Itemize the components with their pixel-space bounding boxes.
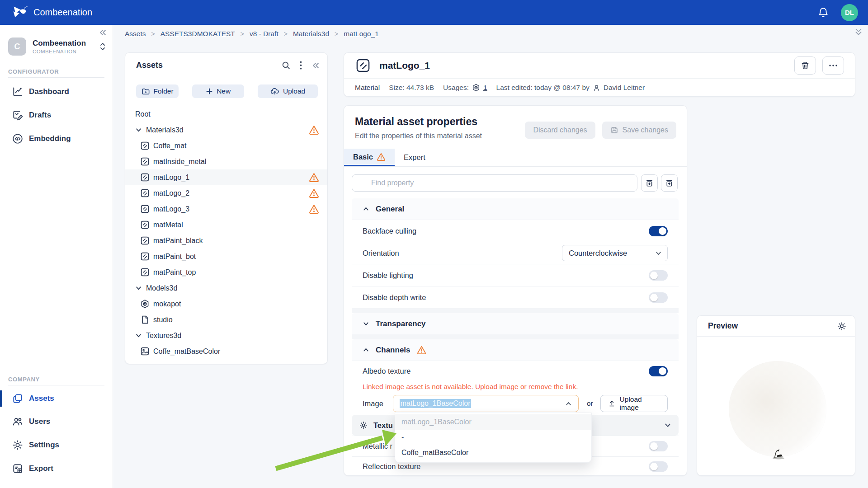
- tree-item-label: Root: [135, 110, 151, 118]
- tree-item-root[interactable]: Root: [125, 106, 327, 122]
- chevron-up-icon: [363, 206, 369, 212]
- user-avatar[interactable]: DL: [841, 4, 858, 21]
- tree-item-matlogo-1[interactable]: matLogo_1: [125, 169, 327, 185]
- material-icon: [140, 172, 150, 183]
- texture-settings-label: Textu: [373, 421, 393, 430]
- folder-button[interactable]: Folder: [136, 84, 179, 98]
- chevron-down-icon[interactable]: [135, 285, 142, 291]
- tab-basic[interactable]: Basic: [344, 149, 395, 166]
- upload-button[interactable]: Upload: [258, 84, 318, 98]
- gear-icon[interactable]: [837, 321, 847, 331]
- properties-subtitle: Edit the properties of this material ass…: [355, 132, 482, 140]
- image-asset-combobox[interactable]: matLogo_1BaseColor: [393, 395, 579, 412]
- row-label: Disable lighting: [363, 271, 413, 280]
- breadcrumb-item[interactable]: Materials3d: [293, 30, 329, 38]
- configurator-section-label: CONFIGURATOR: [8, 68, 59, 75]
- discard-changes-button[interactable]: Discard changes: [525, 122, 595, 139]
- backface-culling-toggle[interactable]: [649, 226, 668, 236]
- delete-asset-button[interactable]: [794, 56, 816, 75]
- tree-folder-materials3d[interactable]: Materials3d: [125, 122, 327, 138]
- plus-icon: [206, 88, 213, 95]
- tree-item-label: matInside_metal: [153, 158, 206, 166]
- section-transparency[interactable]: Transparency: [352, 313, 679, 334]
- breadcrumb-item[interactable]: Assets: [125, 30, 146, 38]
- find-property-input[interactable]: [352, 174, 637, 192]
- warning-icon: [309, 125, 319, 135]
- sidebar-item-embedding[interactable]: Embedding: [0, 129, 113, 149]
- org-switcher[interactable]: C Combeenation COMBEENATION: [8, 38, 106, 56]
- sidebar-collapse-icon[interactable]: [98, 28, 107, 37]
- albedo-texture-toggle[interactable]: [649, 366, 668, 376]
- sidebar-item-drafts[interactable]: Drafts: [0, 105, 113, 125]
- export-icon: [12, 463, 24, 474]
- reflection-texture-toggle[interactable]: [649, 461, 668, 472]
- preset-save-button[interactable]: [641, 174, 658, 192]
- preview-viewport[interactable]: [697, 337, 855, 476]
- disable-lighting-toggle[interactable]: [649, 270, 668, 281]
- disable-depth-write-toggle[interactable]: [649, 292, 668, 303]
- dropdown-option-matlogo-1basecolor[interactable]: matLogo_1BaseColor: [395, 414, 591, 430]
- tree-item-label: matMetal: [153, 221, 183, 229]
- tree-item-coffe-mat[interactable]: Coffe_mat: [125, 138, 327, 154]
- more-actions-button[interactable]: [822, 56, 844, 75]
- row-label: Backface culling: [363, 227, 416, 235]
- sidebar-item-assets[interactable]: Assets: [0, 389, 113, 408]
- collapse-panel-icon[interactable]: [311, 61, 320, 70]
- usages-count-link[interactable]: 1: [483, 84, 487, 92]
- tree-item-coffe-matbasecolor[interactable]: Coffe_matBaseColor: [125, 343, 327, 359]
- tree-item-label: Textures3d: [146, 332, 181, 340]
- expand-all-chevrons-icon[interactable]: [854, 27, 863, 37]
- tree-item-matmetal[interactable]: matMetal: [125, 217, 327, 233]
- chevron-down-icon[interactable]: [135, 127, 142, 133]
- tree-item-matlogo-2[interactable]: matLogo_2: [125, 185, 327, 201]
- warning-icon: [417, 345, 426, 355]
- breadcrumb-item[interactable]: v8 - Draft: [250, 30, 278, 38]
- property-search-row: [352, 174, 678, 192]
- breadcrumb-item[interactable]: ASSETS3DMOKATEST: [160, 30, 235, 38]
- tree-item-matpaint-top[interactable]: matPaint_top: [125, 264, 327, 280]
- preset-load-button[interactable]: [661, 174, 678, 192]
- upload-image-button[interactable]: Upload image: [600, 395, 668, 412]
- dropdown-option-coffe-matbasecolor[interactable]: Coffe_matBaseColor: [395, 445, 591, 460]
- sidebar-item-users[interactable]: Users: [0, 412, 113, 432]
- folder-plus-icon: [142, 87, 150, 96]
- preview-title: Preview: [708, 321, 738, 331]
- tree-item-label: Coffe_matBaseColor: [153, 347, 220, 356]
- sidebar-item-settings[interactable]: Settings: [0, 435, 113, 455]
- tree-folder-models3d[interactable]: Models3d: [125, 280, 327, 296]
- orientation-select[interactable]: Counterclockwise: [562, 245, 668, 261]
- sidebar-item-dashboard[interactable]: Dashboard: [0, 82, 113, 102]
- metallic-roughness-toggle[interactable]: [649, 441, 668, 451]
- chevron-down-icon[interactable]: [135, 332, 142, 339]
- archive-save-icon: [645, 179, 654, 188]
- bell-icon[interactable]: [817, 7, 829, 19]
- kebab-menu-icon[interactable]: [300, 61, 302, 70]
- new-button[interactable]: New: [192, 84, 244, 98]
- breadcrumb-separator: >: [241, 30, 244, 38]
- model-3d-icon: [140, 299, 150, 309]
- sidebar-item-export[interactable]: Export: [0, 459, 113, 479]
- tree-item-mokapot[interactable]: mokapot: [125, 296, 327, 312]
- brand-logo[interactable]: Combeenation: [12, 5, 92, 21]
- tree-item-matlogo-3[interactable]: matLogo_3: [125, 201, 327, 217]
- search-icon[interactable]: [281, 61, 291, 70]
- tree-folder-textures3d[interactable]: Textures3d: [125, 328, 327, 343]
- tree-item-matpaint-bot[interactable]: matPaint_bot: [125, 249, 327, 264]
- sidebar: C Combeenation COMBEENATION CONFIGURATOR…: [0, 25, 113, 488]
- properties-tabs: Basic Expert: [344, 149, 687, 167]
- toggle-knob: [650, 463, 658, 470]
- material-icon: [140, 156, 150, 167]
- tab-expert[interactable]: Expert: [395, 149, 434, 166]
- org-switch-chevrons-icon[interactable]: [99, 42, 106, 51]
- toggle-knob: [650, 294, 658, 301]
- tree-item-matinside-metal[interactable]: matInside_metal: [125, 154, 327, 169]
- person-icon: [593, 84, 600, 92]
- section-channels[interactable]: Channels: [352, 339, 679, 361]
- section-general[interactable]: General: [352, 198, 679, 220]
- tree-item-label: matPaint_top: [153, 268, 196, 277]
- tree-item-studio[interactable]: studio: [125, 312, 327, 328]
- dropdown-option-none[interactable]: -: [395, 430, 591, 445]
- save-changes-button[interactable]: Save changes: [602, 122, 676, 139]
- tree-item-matpaint-black[interactable]: matPaint_black: [125, 233, 327, 249]
- breadcrumb-item-current[interactable]: matLogo_1: [344, 30, 379, 38]
